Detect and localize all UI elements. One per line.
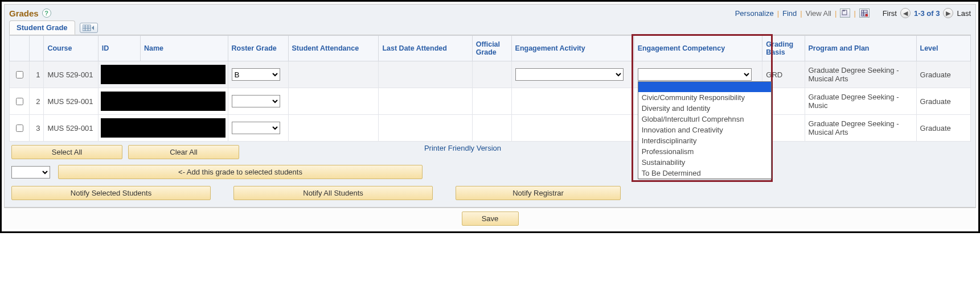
cell-official	[472, 88, 511, 115]
clear-all-button[interactable]: Clear All	[128, 145, 239, 159]
cell-level: Graduate	[916, 61, 970, 88]
col-roster: Roster Grade	[228, 36, 288, 61]
roster-grade-select[interactable]	[232, 122, 280, 134]
cell-plan: Graduate Degree Seeking - Musical Arts	[805, 115, 916, 142]
redacted-id-name	[101, 92, 225, 111]
roster-grade-select[interactable]	[232, 95, 280, 107]
cell-attendance	[288, 88, 379, 115]
redacted-id-name	[101, 118, 225, 138]
engagement-competency-dropdown[interactable]: Civic/Community ResponsibilityDiversity …	[638, 81, 772, 179]
svg-rect-7	[83, 27, 91, 27]
cell-level: Graduate	[916, 115, 970, 142]
row-checkbox[interactable]	[16, 125, 23, 132]
row-range: 1-3 of 3	[914, 9, 940, 18]
svg-rect-6	[83, 25, 91, 31]
download-icon[interactable]	[859, 9, 870, 18]
cell-plan: Graduate Degree Seeking - Musical Arts	[805, 61, 916, 88]
col-plan: Program and Plan	[805, 36, 916, 61]
find-link[interactable]: Find	[782, 9, 797, 18]
svg-rect-9	[85, 25, 85, 31]
table-row: 1MUS 529-001BGRDGraduate Degree Seeking …	[10, 61, 971, 88]
bulk-grade-select[interactable]	[11, 166, 50, 179]
svg-point-5	[865, 14, 868, 17]
cell-official	[472, 115, 511, 142]
add-grade-button[interactable]: <- Add this grade to selected students	[58, 165, 423, 179]
dropdown-option-blank[interactable]	[638, 82, 771, 92]
dropdown-option[interactable]: Global/Interculturl Comprehnsn	[638, 114, 771, 125]
row-checkbox[interactable]	[16, 71, 23, 78]
dropdown-option[interactable]: Professionalism	[638, 146, 771, 157]
notify-registrar-button[interactable]: Notify Registrar	[456, 186, 621, 200]
cell-official	[472, 61, 511, 88]
dropdown-option[interactable]: To Be Determined	[638, 168, 771, 179]
svg-rect-10	[88, 25, 88, 31]
last-label: Last	[957, 9, 971, 18]
next-icon[interactable]: ▶	[943, 8, 953, 18]
cell-course: MUS 529-001	[44, 115, 98, 142]
col-id: ID	[98, 36, 140, 61]
notify-selected-button[interactable]: Notify Selected Students	[11, 186, 211, 200]
svg-rect-8	[83, 28, 91, 29]
cell-level: Graduate	[916, 88, 970, 115]
col-name: Name	[140, 36, 228, 61]
col-level: Level	[916, 36, 970, 61]
svg-rect-4	[863, 10, 864, 16]
engagement-competency-select[interactable]	[638, 68, 752, 81]
first-label: First	[883, 9, 897, 18]
col-course: Course	[44, 36, 98, 61]
engagement-activity-select[interactable]	[515, 68, 624, 81]
dropdown-option[interactable]: Innovation and Creativity	[638, 125, 771, 135]
row-number: 3	[29, 115, 43, 142]
row-number: 2	[29, 88, 43, 115]
show-all-columns-icon[interactable]	[80, 23, 98, 33]
col-basis: Grading Basis	[762, 36, 805, 61]
col-select	[10, 36, 30, 61]
table-row: 2MUS 529-001Graduate Degree Seeking - Mu…	[10, 88, 971, 115]
cell-course: MUS 529-001	[44, 88, 98, 115]
row-checkbox[interactable]	[16, 98, 23, 105]
page-title: Grades	[9, 9, 39, 18]
cell-lastdate	[379, 115, 472, 142]
table-row: 3MUS 529-001Graduate Degree Seeking - Mu…	[10, 115, 971, 142]
dropdown-option[interactable]: Interdisciplinarity	[638, 135, 771, 146]
zoom-icon[interactable]	[840, 9, 850, 18]
cell-lastdate	[379, 88, 472, 115]
dropdown-option[interactable]: Civic/Community Responsibility	[638, 92, 771, 103]
select-all-button[interactable]: Select All	[11, 145, 122, 159]
cell-lastdate	[379, 61, 472, 88]
col-lastdate: Last Date Attended	[379, 36, 472, 61]
col-engcomp: Engagement Competency	[634, 36, 762, 61]
help-icon[interactable]: ?	[42, 9, 51, 18]
printer-friendly-link[interactable]: Printer Friendly Version	[424, 144, 501, 152]
cell-attendance	[288, 61, 379, 88]
col-attendance: Student Attendance	[288, 36, 379, 61]
personalize-link[interactable]: Personalize	[735, 9, 774, 18]
notify-all-button[interactable]: Notify All Students	[233, 186, 433, 200]
tab-student-grade[interactable]: Student Grade	[9, 20, 75, 35]
cell-course: MUS 529-001	[44, 61, 98, 88]
cell-attendance	[288, 115, 379, 142]
dropdown-option[interactable]: Sustainability	[638, 157, 771, 168]
dropdown-option[interactable]: Diversity and Identity	[638, 103, 771, 114]
grid-toolbar: Personalize | Find | View All | | First …	[735, 8, 971, 18]
svg-rect-2	[862, 12, 867, 13]
roster-grade-select[interactable]: B	[232, 68, 280, 81]
view-all-link[interactable]: View All	[806, 9, 831, 18]
prev-icon[interactable]: ◀	[900, 8, 911, 18]
save-button[interactable]: Save	[462, 211, 519, 226]
col-engact: Engagement Activity	[511, 36, 634, 61]
redacted-id-name	[101, 65, 225, 84]
col-rownum	[29, 36, 43, 61]
row-number: 1	[29, 61, 43, 88]
grades-table: Course ID Name Roster Grade Student Atte…	[9, 35, 971, 142]
cell-plan: Graduate Degree Seeking - Music	[805, 88, 916, 115]
col-official: Official Grade	[472, 36, 511, 61]
